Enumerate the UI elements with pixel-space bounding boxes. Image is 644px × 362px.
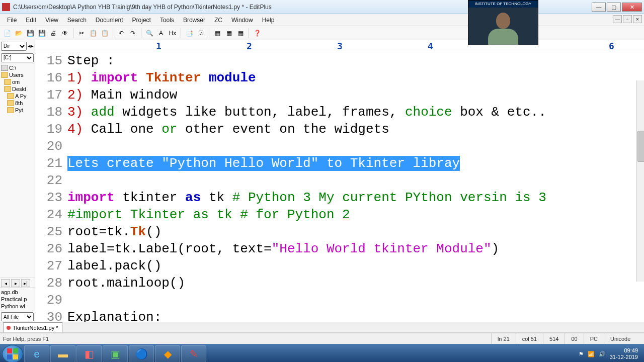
code-line[interactable]: 2) Main window: [67, 86, 644, 104]
toolbar-button[interactable]: 📋: [100, 28, 110, 38]
toolbar-button[interactable]: ✂: [76, 28, 87, 38]
folder-icon: [7, 107, 14, 113]
toolbar-button[interactable]: ↶: [116, 28, 126, 38]
menu-edit[interactable]: Edit: [22, 16, 40, 25]
menu-zc[interactable]: ZC: [210, 16, 226, 25]
tray-network-icon[interactable]: 📶: [588, 351, 595, 357]
toolbar-button[interactable]: 💾: [37, 28, 47, 38]
task-chrome[interactable]: 🔵: [129, 345, 154, 362]
dir-dropdown[interactable]: Dir: [1, 42, 27, 51]
code-content[interactable]: Step :1) import Tkinter module2) Main wi…: [67, 52, 644, 322]
close-button[interactable]: ✕: [622, 3, 642, 12]
sidebar-next-icon[interactable]: ▸: [31, 43, 34, 49]
nav-right-button[interactable]: ▸: [11, 279, 20, 287]
code-line[interactable]: root.mainloop(): [67, 275, 644, 292]
tree-item[interactable]: 8th: [1, 100, 34, 107]
code-line[interactable]: [67, 138, 644, 155]
menu-window[interactable]: Window: [227, 16, 257, 25]
tray-volume-icon[interactable]: 🔊: [599, 351, 606, 357]
toolbar-button[interactable]: 📄: [2, 28, 12, 38]
code-line[interactable]: [67, 292, 644, 309]
toolbar-button[interactable]: ▦: [235, 28, 246, 38]
code-area[interactable]: 15161718192021222324252627282930 Step :1…: [35, 52, 644, 322]
nav-left-button[interactable]: ◂: [1, 279, 10, 287]
toolbar-button[interactable]: 🔍: [144, 28, 154, 38]
tree-item[interactable]: Pyt: [1, 107, 34, 114]
code-line[interactable]: label.pack(): [67, 257, 644, 275]
code-line[interactable]: 1) import Tkinter module: [67, 69, 644, 86]
code-line[interactable]: 4) Call one or other event on the widget…: [67, 121, 644, 138]
code-line[interactable]: import tkinter as tk # Python 3 My curre…: [67, 189, 644, 206]
file-item[interactable]: Python wi: [1, 303, 34, 310]
line-number: 28: [35, 275, 62, 292]
vertical-scrollbar[interactable]: [636, 80, 644, 282]
line-number: 18: [35, 104, 62, 121]
sidebar-prev-icon[interactable]: ◂: [27, 43, 31, 49]
task-ie[interactable]: e: [24, 345, 49, 362]
toolbar-button[interactable]: A: [156, 28, 166, 38]
toolbar-button[interactable]: 📋: [88, 28, 98, 38]
toolbar-button[interactable]: 💾: [25, 28, 35, 38]
toolbar-button[interactable]: 🖨: [48, 28, 58, 38]
document-tab-active[interactable]: TkinterNotes1.py *: [3, 322, 62, 332]
code-line[interactable]: [67, 172, 644, 189]
task-editplus[interactable]: ✎: [181, 345, 206, 362]
toolbar-button[interactable]: ▦: [224, 28, 234, 38]
toolbar-button[interactable]: ☑: [196, 28, 206, 38]
code-line[interactable]: #import Tkinter as tk # for Python 2: [67, 206, 644, 223]
start-button[interactable]: [2, 345, 23, 362]
menu-tools[interactable]: Tools: [156, 16, 178, 25]
mdi-restore-button[interactable]: ▫: [623, 15, 632, 23]
code-line[interactable]: Lets create "Python Hello World" to Tkin…: [67, 155, 644, 172]
filter-dropdown[interactable]: All File: [1, 312, 34, 321]
code-line[interactable]: 3) add widgets like button, label, frame…: [67, 104, 644, 121]
mdi-minimize-button[interactable]: —: [613, 15, 622, 23]
toolbar-button[interactable]: 📂: [14, 28, 24, 38]
code-line[interactable]: Explanation:: [67, 309, 644, 322]
mdi-controls: — ▫ ×: [613, 15, 642, 23]
task-explorer[interactable]: ▬: [50, 345, 75, 362]
file-item[interactable]: Practical.p: [1, 296, 34, 303]
tray-flag-icon[interactable]: ⚑: [579, 351, 584, 357]
task-app2[interactable]: ▣: [103, 345, 128, 362]
menu-view[interactable]: View: [41, 16, 62, 25]
sidebar-drive-selector: [C:]: [0, 52, 35, 63]
code-line[interactable]: Step :: [67, 52, 644, 69]
menu-help[interactable]: Help: [258, 16, 279, 25]
code-line[interactable]: root=tk.Tk(): [67, 223, 644, 240]
toolbar-button[interactable]: 👁: [60, 28, 70, 38]
taskbar: e ▬ ◧ ▣ 🔵 ◆ ✎ ⚑ 📶 🔊 09:49 31-12-2019: [0, 344, 644, 362]
sidebar-folder-tree: C:\UsersomDesktA Py8thPyt: [0, 63, 35, 278]
modified-dot-icon: [7, 326, 11, 330]
menu-browser[interactable]: Browser: [179, 16, 209, 25]
toolbar-button[interactable]: ▦: [212, 28, 222, 38]
line-number: 16: [35, 69, 62, 86]
menu-search[interactable]: Search: [63, 16, 91, 25]
toolbar-button[interactable]: Hx: [168, 28, 178, 38]
tree-item[interactable]: om: [1, 78, 34, 85]
system-tray[interactable]: ⚑ 📶 🔊 09:49 31-12-2019: [579, 347, 642, 360]
tray-clock[interactable]: 09:49 31-12-2019: [610, 347, 638, 360]
task-app3[interactable]: ◆: [155, 345, 180, 362]
drive-dropdown[interactable]: [C:]: [1, 53, 34, 62]
tree-item[interactable]: Deskt: [1, 85, 34, 93]
maximize-button[interactable]: ▢: [607, 3, 621, 12]
tray-time: 09:49: [610, 347, 638, 354]
minimize-button[interactable]: —: [592, 3, 606, 12]
tree-item[interactable]: C:\: [1, 64, 34, 71]
file-item[interactable]: agp.db: [1, 289, 34, 296]
toolbar-button[interactable]: 📑: [184, 28, 194, 38]
menu-file[interactable]: File: [3, 16, 21, 25]
editor: 12346 15161718192021222324252627282930 S…: [35, 40, 644, 322]
code-line[interactable]: label=tk.Label(root, text="Hello World t…: [67, 240, 644, 257]
tree-item[interactable]: A Py: [1, 93, 34, 100]
task-app1[interactable]: ◧: [76, 345, 102, 362]
menu-document[interactable]: Document: [92, 16, 127, 25]
toolbar-button[interactable]: ❓: [252, 28, 262, 38]
mdi-close-button[interactable]: ×: [633, 15, 642, 23]
menu-project[interactable]: Project: [128, 16, 155, 25]
nav-end-button[interactable]: ▸|: [21, 279, 30, 287]
toolbar-button[interactable]: ↷: [128, 28, 138, 38]
status-encoding: Unicode: [604, 333, 644, 344]
tree-item[interactable]: Users: [1, 71, 34, 78]
